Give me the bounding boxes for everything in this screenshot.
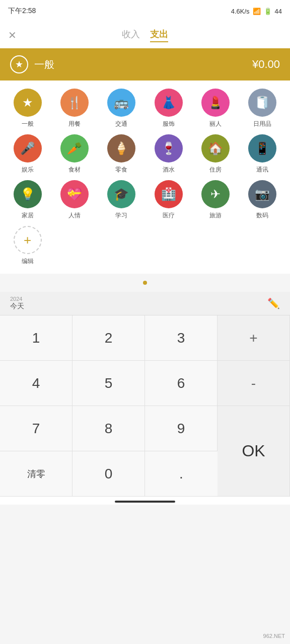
category-item-clothing[interactable]: 👗服饰: [145, 89, 192, 128]
key-4[interactable]: 4: [0, 361, 72, 406]
ingredients-icon: 🥕: [60, 134, 89, 163]
status-bar: 下午2:58 4.6K/s 📶 🔋 44: [0, 0, 290, 22]
banner-category-label: 一般: [34, 58, 54, 71]
battery-icon: 🔋: [264, 8, 272, 15]
category-item-transport[interactable]: 🚌交通: [98, 89, 145, 128]
category-item-ingredients[interactable]: 🥕食材: [51, 134, 98, 174]
housing-label: 住房: [209, 166, 222, 174]
dining-label: 用餐: [68, 120, 81, 128]
digital-label: 数码: [256, 211, 268, 220]
key-clear[interactable]: 清零: [0, 451, 72, 497]
home-indicator: [0, 497, 290, 505]
clothing-icon: 👗: [155, 89, 183, 117]
edit-category-button[interactable]: +编辑: [4, 226, 51, 266]
telecom-label: 通讯: [256, 166, 268, 174]
watermark: 962.NET: [263, 633, 285, 639]
key--[interactable]: -: [218, 361, 290, 406]
key-6[interactable]: 6: [145, 361, 218, 406]
medical-label: 医疗: [163, 211, 175, 220]
date-info: 2024 今天: [10, 296, 24, 311]
digital-icon: 📷: [248, 180, 276, 208]
snacks-icon: 🍦: [107, 134, 135, 163]
category-item-medical[interactable]: 🏥医疗: [145, 180, 192, 220]
key-1[interactable]: 1: [0, 315, 72, 361]
key-+[interactable]: +: [218, 315, 290, 361]
category-item-daily[interactable]: 🧻日用品: [239, 89, 286, 128]
key-ok[interactable]: OK: [218, 406, 290, 497]
network-speed: 4.6K/s: [231, 8, 250, 15]
close-button[interactable]: ✕: [8, 29, 17, 41]
category-item-study[interactable]: 🎓学习: [98, 180, 145, 220]
key-9[interactable]: 9: [145, 406, 218, 451]
key-8[interactable]: 8: [72, 406, 145, 451]
furniture-icon: 💡: [14, 180, 42, 208]
edit-plus-icon: +: [14, 226, 42, 254]
social-icon: 💝: [60, 180, 89, 208]
status-right: 4.6K/s 📶 🔋 44: [231, 8, 282, 15]
clothing-label: 服饰: [163, 120, 175, 128]
travel-label: 旅游: [209, 211, 222, 220]
wifi-icon: 📶: [253, 8, 261, 15]
snacks-label: 零食: [115, 166, 127, 174]
category-grid: ★一般🍴用餐🚌交通👗服饰💄丽人🧻日用品🎤娱乐🥕食材🍦零食🍷酒水🏠住房📱通讯💡家居…: [4, 89, 286, 266]
category-item-furniture[interactable]: 💡家居: [4, 180, 51, 220]
category-item-drinks[interactable]: 🍷酒水: [145, 134, 192, 174]
keypad: 123+456-789OK清零0.: [0, 315, 290, 497]
daily-label: 日用品: [253, 120, 271, 128]
furniture-label: 家居: [22, 211, 34, 220]
header: ✕ 收入 支出: [0, 22, 290, 48]
tab-group: 收入 支出: [122, 28, 168, 42]
calc-edit-button[interactable]: ✏️: [267, 297, 280, 309]
key-5[interactable]: 5: [72, 361, 145, 406]
category-item-general[interactable]: ★一般: [4, 89, 51, 128]
category-item-social[interactable]: 💝人情: [51, 180, 98, 220]
drinks-label: 酒水: [163, 166, 175, 174]
category-section: ★一般🍴用餐🚌交通👗服饰💄丽人🧻日用品🎤娱乐🥕食材🍦零食🍷酒水🏠住房📱通讯💡家居…: [0, 80, 290, 274]
home-bar: [115, 501, 175, 503]
transport-icon: 🚌: [107, 89, 135, 117]
study-icon: 🎓: [107, 180, 135, 208]
general-label: 一般: [22, 120, 34, 128]
tab-expense[interactable]: 支出: [150, 28, 168, 42]
category-item-digital[interactable]: 📷数码: [239, 180, 286, 220]
ingredients-label: 食材: [68, 166, 81, 174]
beauty-icon: 💄: [201, 89, 230, 117]
tab-income[interactable]: 收入: [122, 28, 140, 42]
drinks-icon: 🍷: [155, 134, 183, 163]
category-item-entertainment[interactable]: 🎤娱乐: [4, 134, 51, 174]
study-label: 学习: [115, 211, 127, 220]
category-item-travel[interactable]: ✈旅游: [192, 180, 239, 220]
banner-left: ★ 一般: [10, 55, 54, 73]
status-time: 下午2:58: [8, 7, 36, 16]
entertainment-icon: 🎤: [14, 134, 42, 163]
dot-active: [143, 281, 147, 285]
edit-label: 编辑: [22, 257, 34, 266]
banner-star-icon: ★: [10, 55, 28, 73]
key-2[interactable]: 2: [72, 315, 145, 361]
housing-icon: 🏠: [201, 134, 230, 163]
calculator-section: 2024 今天 ✏️ 123+456-789OK清零0.: [0, 292, 290, 497]
date-bar: 2024 今天 ✏️: [0, 292, 290, 315]
dining-icon: 🍴: [60, 89, 89, 117]
banner-amount: ¥0.00: [252, 58, 280, 71]
key-0[interactable]: 0: [72, 451, 145, 497]
category-item-telecom[interactable]: 📱通讯: [239, 134, 286, 174]
category-item-dining[interactable]: 🍴用餐: [51, 89, 98, 128]
category-item-housing[interactable]: 🏠住房: [192, 134, 239, 174]
calc-year: 2024: [10, 296, 24, 302]
key-3[interactable]: 3: [145, 315, 218, 361]
key-dot[interactable]: .: [145, 451, 218, 497]
category-item-snacks[interactable]: 🍦零食: [98, 134, 145, 174]
travel-icon: ✈: [201, 180, 230, 208]
key-7[interactable]: 7: [0, 406, 72, 451]
entertainment-label: 娱乐: [22, 166, 34, 174]
transport-label: 交通: [115, 120, 127, 128]
category-item-beauty[interactable]: 💄丽人: [192, 89, 239, 128]
battery-level: 44: [275, 8, 282, 15]
beauty-label: 丽人: [209, 120, 222, 128]
medical-icon: 🏥: [155, 180, 183, 208]
general-icon: ★: [14, 89, 42, 117]
social-label: 人情: [68, 211, 81, 220]
selected-category-banner: ★ 一般 ¥0.00: [0, 48, 290, 80]
telecom-icon: 📱: [248, 134, 276, 163]
